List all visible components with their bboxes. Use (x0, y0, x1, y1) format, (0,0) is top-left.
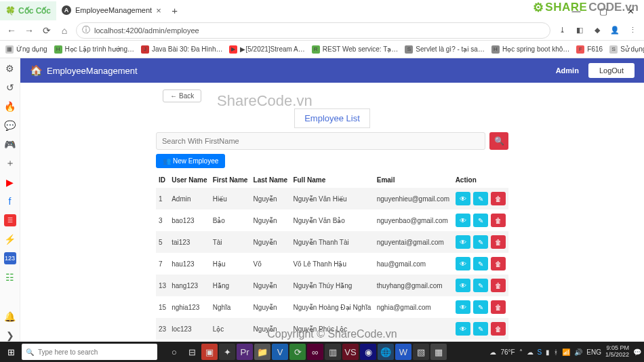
apps-button[interactable]: ▦Ứng dụng (5, 45, 47, 54)
start-button[interactable]: ⊞ (0, 347, 22, 357)
task-app-icon[interactable]: 🌐 (378, 344, 394, 360)
rail-app3-icon[interactable]: 123 (4, 252, 16, 264)
extension-icon[interactable]: ◧ (573, 26, 586, 35)
nav-forward-icon[interactable]: → (23, 25, 35, 36)
view-button[interactable]: 👁 (456, 192, 470, 205)
edit-button[interactable]: ✎ (473, 322, 488, 336)
tray-wifi-icon[interactable]: 📶 (562, 348, 570, 356)
delete-button[interactable]: 🗑 (491, 192, 506, 205)
tray-chevron-icon[interactable]: ˄ (519, 348, 523, 356)
tray-bluetooth-icon[interactable]: ᚼ (554, 348, 558, 356)
nav-home-icon[interactable]: ⌂ (58, 25, 71, 36)
bookmark-item[interactable]: ▶▶[5/2021]Stream A… (229, 45, 304, 54)
extension2-icon[interactable]: ◆ (591, 26, 603, 35)
url-box[interactable]: ⓘ (76, 22, 550, 39)
cell-id: 23 (156, 318, 169, 340)
rail-app2-icon[interactable]: ⚡ (4, 233, 16, 245)
tray-volume-icon[interactable]: 🔊 (574, 348, 582, 356)
brand-text: Cốc Cốc (18, 6, 51, 16)
tray-skype-icon[interactable]: S (538, 348, 542, 356)
rail-add-icon[interactable]: ＋ (4, 157, 16, 169)
tray-lang[interactable]: ENG (586, 348, 601, 356)
view-button[interactable]: 👁 (456, 214, 470, 227)
task-app-icon[interactable]: ◉ (360, 344, 376, 360)
delete-button[interactable]: 🗑 (491, 300, 506, 314)
browser-tab[interactable]: A EmployeeManagement × (56, 0, 167, 20)
nav-back-icon[interactable]: ← (5, 25, 18, 36)
task-app-icon[interactable]: ▧ (413, 344, 429, 360)
back-button[interactable]: ← Back (163, 89, 201, 102)
edit-button[interactable]: ✎ (473, 300, 488, 314)
tray-clock[interactable]: 9:05 PM 1/5/2022 (605, 345, 629, 359)
bookmark-item[interactable]: FF616 (576, 45, 603, 54)
download-icon[interactable]: ⤓ (556, 26, 568, 35)
bookmark-item[interactable]: HHọc Lập trình hướng… (54, 45, 134, 54)
delete-button[interactable]: 🗑 (491, 214, 506, 227)
search-button[interactable]: 🔍 (489, 132, 508, 150)
nav-reload-icon[interactable]: ⟳ (41, 25, 53, 36)
tray-temp[interactable]: 76°F (500, 348, 515, 356)
rail-bell-icon[interactable]: 🔔 (4, 310, 16, 323)
bookmark-item[interactable]: SSử dụng Directive tr… (609, 45, 644, 54)
bookmark-item[interactable]: RREST Web service: Tạ… (312, 45, 399, 54)
task-app-icon[interactable]: ∞ (307, 344, 323, 360)
rail-app4-icon[interactable]: ☷ (4, 271, 16, 283)
edit-button[interactable]: ✎ (473, 192, 488, 205)
url-input[interactable] (94, 26, 544, 35)
task-app-icon[interactable]: 📁 (254, 344, 270, 360)
tray-battery-icon[interactable]: ▮ (546, 348, 550, 356)
view-button[interactable]: 👁 (456, 235, 470, 249)
rail-history-icon[interactable]: ↺ (4, 81, 16, 94)
delete-button[interactable]: 🗑 (491, 322, 506, 336)
rail-facebook-icon[interactable]: f (4, 195, 16, 207)
task-app-icon[interactable]: ⟳ (289, 344, 306, 360)
view-button[interactable]: 👁 (456, 322, 470, 336)
rail-youtube-icon[interactable]: ▶ (4, 176, 16, 188)
bookmark-item[interactable]: JJava Bài 30: Đa Hình… (141, 45, 223, 54)
table-row: 15nghia123NghĩaNguyễnNguyễn Hoàng Đại Ng… (156, 296, 508, 318)
task-app-icon[interactable]: ▥ (325, 344, 341, 360)
delete-button[interactable]: 🗑 (491, 257, 506, 270)
rail-chevron-icon[interactable]: ❯ (4, 329, 16, 342)
view-button[interactable]: 👁 (456, 300, 470, 314)
rail-fire-icon[interactable]: 🔥 (4, 100, 16, 113)
home-icon[interactable]: 🏠 (30, 64, 43, 77)
task-app-icon[interactable]: ▣ (201, 344, 218, 360)
rail-settings-icon[interactable]: ⚙ (4, 62, 16, 75)
new-employee-button[interactable]: 👥 New Employee (156, 154, 225, 168)
task-app-icon[interactable]: V (272, 344, 288, 360)
edit-button[interactable]: ✎ (473, 235, 488, 249)
bookmark-item[interactable]: SServlet là gì? - tại sa… (405, 45, 485, 54)
delete-button[interactable]: 🗑 (491, 235, 506, 249)
bookmark-item[interactable]: HHọc spring boot khô… (491, 45, 569, 54)
site-info-icon[interactable]: ⓘ (82, 24, 90, 36)
task-view-icon[interactable]: ⊟ (184, 344, 200, 360)
menu-icon[interactable]: ⋮ (626, 26, 639, 35)
edit-button[interactable]: ✎ (473, 279, 488, 292)
tray-onedrive-icon[interactable]: ☁ (527, 348, 534, 356)
profile-icon[interactable]: 👤 (609, 26, 621, 35)
logout-button[interactable]: LogOut (588, 63, 635, 78)
view-button[interactable]: 👁 (456, 257, 470, 270)
search-input[interactable] (156, 132, 485, 150)
new-tab-button[interactable]: + (167, 5, 183, 16)
rail-messenger-icon[interactable]: 💬 (4, 119, 16, 132)
task-app-icon[interactable]: Pr (237, 344, 253, 360)
edit-button[interactable]: ✎ (473, 257, 488, 270)
task-app-icon[interactable]: ✦ (219, 344, 235, 360)
taskbar-search[interactable]: 🔍 Type here to search (22, 344, 157, 360)
task-app-icon[interactable]: ▦ (430, 344, 447, 360)
edit-button[interactable]: ✎ (473, 214, 488, 227)
rail-app1-icon[interactable]: ☰ (4, 214, 16, 226)
task-app-icon[interactable]: VS (342, 344, 359, 360)
task-app-icon[interactable]: W (395, 344, 411, 360)
col-firstname: First Name (210, 172, 251, 188)
col-id: ID (156, 172, 169, 188)
delete-button[interactable]: 🗑 (491, 279, 506, 292)
view-button[interactable]: 👁 (456, 279, 470, 292)
tab-close-icon[interactable]: × (156, 5, 161, 16)
tray-notifications-icon[interactable]: 💬 (633, 348, 641, 356)
rail-games-icon[interactable]: 🎮 (4, 138, 16, 150)
task-cortana-icon[interactable]: ○ (166, 344, 182, 360)
tray-weather-icon[interactable]: ☁ (489, 348, 496, 356)
